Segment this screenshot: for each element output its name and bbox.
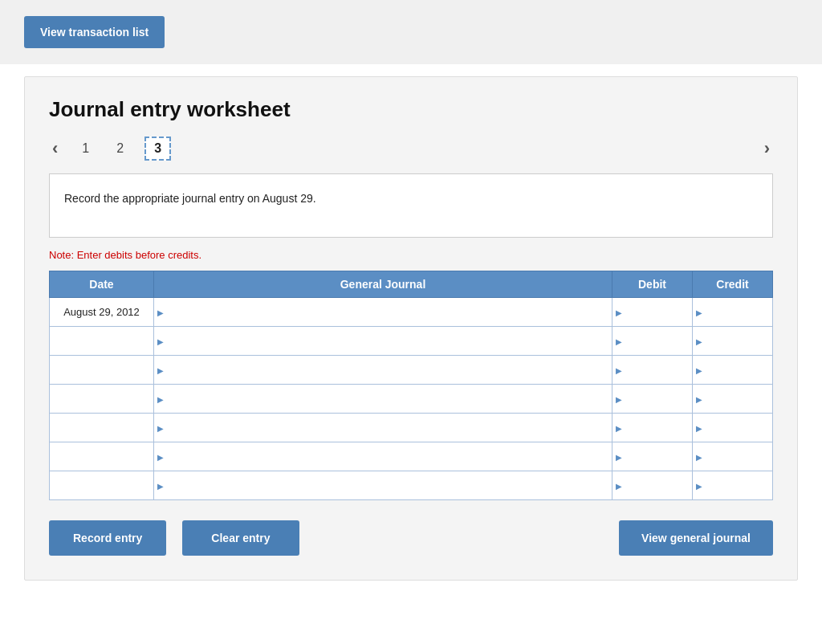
table-row (50, 442, 773, 471)
debit-cell[interactable] (612, 298, 693, 327)
credit-input[interactable] (693, 442, 772, 471)
journal-input-cell[interactable] (154, 442, 612, 471)
journal-input[interactable] (154, 298, 612, 326)
main-container: Journal entry worksheet ‹ 1 2 3 › Record… (24, 76, 798, 581)
debit-input[interactable] (612, 327, 692, 355)
journal-input-cell[interactable] (154, 385, 612, 414)
credit-input[interactable] (693, 298, 772, 326)
journal-input[interactable] (154, 471, 612, 499)
debit-input[interactable] (612, 298, 692, 326)
credit-input[interactable] (693, 385, 772, 413)
date-cell (50, 414, 154, 442)
credit-input[interactable] (693, 356, 772, 384)
page-3[interactable]: 3 (144, 137, 171, 161)
date-cell (50, 471, 154, 500)
debit-cell[interactable] (612, 442, 693, 471)
worksheet-title: Journal entry worksheet (49, 97, 773, 122)
table-row (50, 385, 773, 414)
prev-page-button[interactable]: ‹ (49, 138, 61, 159)
journal-input[interactable] (154, 356, 612, 384)
journal-table: Date General Journal Debit Credit August… (49, 271, 773, 500)
journal-input-cell[interactable] (154, 356, 612, 385)
date-cell: August 29, 2012 (50, 298, 154, 327)
table-row (50, 471, 773, 500)
date-cell (50, 356, 154, 385)
instruction-box: Record the appropriate journal entry on … (49, 173, 773, 238)
debit-input[interactable] (612, 414, 692, 442)
debit-input[interactable] (612, 385, 692, 413)
header-general-journal: General Journal (154, 271, 612, 298)
debit-cell[interactable] (612, 327, 693, 356)
journal-input[interactable] (154, 327, 612, 355)
debit-cell[interactable] (612, 414, 693, 442)
date-cell (50, 327, 154, 356)
top-bar: View transaction list (0, 0, 822, 64)
record-entry-button[interactable]: Record entry (49, 520, 166, 556)
credit-cell[interactable] (693, 385, 773, 414)
journal-input[interactable] (154, 414, 612, 442)
debit-cell[interactable] (612, 471, 693, 500)
table-row (50, 414, 773, 442)
view-transaction-button[interactable]: View transaction list (24, 16, 165, 48)
clear-entry-button[interactable]: Clear entry (182, 520, 299, 556)
debit-cell[interactable] (612, 356, 693, 385)
debit-input[interactable] (612, 471, 692, 499)
header-credit: Credit (693, 271, 773, 298)
date-cell (50, 385, 154, 414)
credit-cell[interactable] (693, 414, 773, 442)
journal-input-cell[interactable] (154, 414, 612, 442)
page-2[interactable]: 2 (110, 138, 130, 159)
pagination-row: ‹ 1 2 3 › (49, 137, 773, 161)
instruction-text: Record the appropriate journal entry on … (64, 192, 316, 205)
view-general-journal-button[interactable]: View general journal (619, 520, 773, 556)
debit-cell[interactable] (612, 385, 693, 414)
header-date: Date (50, 271, 154, 298)
debit-input[interactable] (612, 442, 692, 471)
journal-input-cell[interactable] (154, 471, 612, 500)
table-row: August 29, 2012 (50, 298, 773, 327)
credit-input[interactable] (693, 471, 772, 499)
journal-input-cell[interactable] (154, 327, 612, 356)
credit-cell[interactable] (693, 442, 773, 471)
pagination-left: ‹ 1 2 3 (49, 137, 171, 161)
journal-input[interactable] (154, 385, 612, 413)
debit-input[interactable] (612, 356, 692, 384)
journal-input-cell[interactable] (154, 298, 612, 327)
header-debit: Debit (612, 271, 693, 298)
credit-input[interactable] (693, 414, 772, 442)
credit-input[interactable] (693, 327, 772, 355)
page-1[interactable]: 1 (75, 138, 96, 159)
credit-cell[interactable] (693, 356, 773, 385)
note-text: Note: Enter debits before credits. (49, 249, 773, 261)
journal-input[interactable] (154, 442, 612, 471)
date-cell (50, 442, 154, 471)
buttons-row: Record entry Clear entry View general jo… (49, 520, 773, 556)
credit-cell[interactable] (693, 298, 773, 327)
table-row (50, 327, 773, 356)
table-row (50, 356, 773, 385)
next-page-button[interactable]: › (761, 138, 773, 159)
credit-cell[interactable] (693, 471, 773, 500)
credit-cell[interactable] (693, 327, 773, 356)
